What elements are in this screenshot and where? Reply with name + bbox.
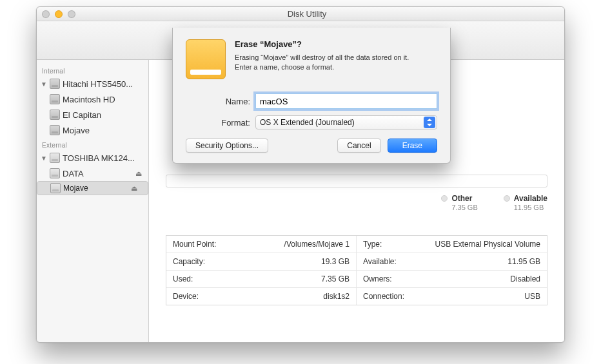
sidebar-vol-mojave-internal[interactable]: Mojave xyxy=(37,122,148,138)
erase-confirm-button[interactable]: Erase xyxy=(388,139,437,153)
cancel-button[interactable]: Cancel xyxy=(337,139,380,153)
format-label: Format: xyxy=(210,118,250,128)
legend-other-label: Other xyxy=(451,194,472,203)
erase-dialog: Erase “Mojave”? Erasing “Mojave” will de… xyxy=(172,28,451,164)
detail-connection: Connection:USB xyxy=(357,288,547,305)
legend-dot-icon xyxy=(441,195,448,202)
volume-ext-icon xyxy=(50,183,61,193)
usage-bar xyxy=(166,175,547,187)
disk-label: Hitachi HTS5450... xyxy=(63,79,133,89)
vol-label: Mojave xyxy=(63,184,88,193)
sidebar-vol-data[interactable]: DATA⏏ xyxy=(37,166,148,181)
detail-used: Used:7.35 GB xyxy=(166,271,357,288)
vol-label: El Capitan xyxy=(63,110,101,120)
volume-ext-icon xyxy=(50,168,60,178)
disk-utility-window: Disk Utility First Aid Partition Erase U… xyxy=(36,6,565,343)
hdd-icon xyxy=(50,79,60,89)
legend-available-label: Available xyxy=(514,194,547,203)
details-table: Mount Point:/Volumes/Mojave 1 Type:USB E… xyxy=(166,235,547,305)
legend-dot-icon xyxy=(504,195,510,202)
name-input[interactable] xyxy=(255,93,437,109)
eject-icon[interactable]: ⏏ xyxy=(131,184,137,193)
legend-other: Other 7.35 GB xyxy=(441,194,477,211)
disclosure-triangle-icon[interactable]: ▼ xyxy=(41,155,47,162)
volume-icon xyxy=(50,110,60,120)
detail-type: Type:USB External Physical Volume xyxy=(357,236,547,253)
disk-label: TOSHIBA MK124... xyxy=(63,153,135,163)
vol-label: DATA xyxy=(63,169,84,178)
dialog-title: Erase “Mojave”? xyxy=(235,39,409,49)
detail-mount-point: Mount Point:/Volumes/Mojave 1 xyxy=(166,236,357,253)
sidebar-header-external: External xyxy=(37,138,148,150)
external-drive-icon xyxy=(186,39,226,79)
detail-available: Available:11.95 GB xyxy=(357,253,547,271)
volume-icon xyxy=(50,125,60,135)
sidebar: Internal ▼Hitachi HTS5450... Macintosh H… xyxy=(37,60,149,343)
vol-label: Mojave xyxy=(63,126,90,135)
detail-capacity: Capacity:19.3 GB xyxy=(166,253,357,271)
sidebar-vol-mojave-external[interactable]: Mojave⏏ xyxy=(37,181,148,195)
volume-icon xyxy=(50,94,60,104)
legend-available: Available 11.95 GB xyxy=(504,194,547,211)
sidebar-vol-macintosh-hd[interactable]: Macintosh HD xyxy=(37,91,148,107)
sidebar-disk-internal[interactable]: ▼Hitachi HTS5450... xyxy=(37,76,148,91)
sidebar-disk-external[interactable]: ▼TOSHIBA MK124... xyxy=(37,150,148,166)
usage-legend: Other 7.35 GB Available 11.95 GB xyxy=(441,194,547,211)
legend-other-value: 7.35 GB xyxy=(451,204,477,211)
security-options-button[interactable]: Security Options... xyxy=(186,139,268,153)
disclosure-triangle-icon[interactable]: ▼ xyxy=(41,81,47,88)
detail-owners: Owners:Disabled xyxy=(357,271,547,288)
vol-label: Macintosh HD xyxy=(63,95,115,104)
format-select[interactable]: OS X Extended (Journaled) xyxy=(255,115,437,129)
legend-available-value: 11.95 GB xyxy=(514,204,544,211)
eject-icon[interactable]: ⏏ xyxy=(135,169,142,178)
window-title: Disk Utility xyxy=(55,9,559,19)
sidebar-header-internal: Internal xyxy=(37,64,148,76)
format-value: OS X Extended (Journaled) xyxy=(260,118,355,127)
dialog-msg1: Erasing “Mojave” will destroy of all the… xyxy=(235,53,409,62)
detail-device: Device:disk1s2 xyxy=(166,288,357,305)
hdd-ext-icon xyxy=(50,153,60,163)
sidebar-vol-el-capitan[interactable]: El Capitan xyxy=(37,107,148,122)
chevron-updown-icon xyxy=(424,117,435,128)
name-label: Name: xyxy=(210,97,250,106)
titlebar[interactable]: Disk Utility xyxy=(37,7,564,21)
close-icon[interactable] xyxy=(42,10,50,18)
dialog-msg2: Enter a name, choose a format. xyxy=(235,62,409,72)
